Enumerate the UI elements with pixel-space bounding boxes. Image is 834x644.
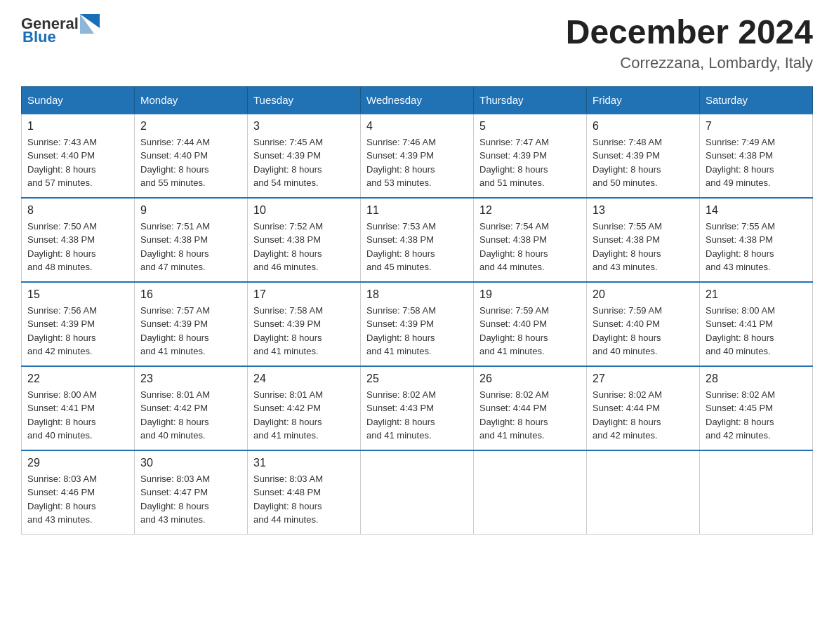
day-number: 7 xyxy=(706,120,807,133)
table-row xyxy=(700,450,813,535)
day-info: Sunrise: 8:03 AM Sunset: 4:47 PM Dayligh… xyxy=(140,472,241,527)
day-info: Sunrise: 7:49 AM Sunset: 4:38 PM Dayligh… xyxy=(706,135,807,190)
table-row: 15 Sunrise: 7:56 AM Sunset: 4:39 PM Dayl… xyxy=(22,282,135,366)
logo-icon xyxy=(80,14,100,34)
table-row: 26 Sunrise: 8:02 AM Sunset: 4:44 PM Dayl… xyxy=(474,366,587,450)
day-info: Sunrise: 8:00 AM Sunset: 4:41 PM Dayligh… xyxy=(27,388,128,443)
table-row: 2 Sunrise: 7:44 AM Sunset: 4:40 PM Dayli… xyxy=(135,114,248,198)
day-number: 8 xyxy=(27,204,128,217)
day-number: 22 xyxy=(27,373,128,385)
table-row xyxy=(474,450,587,535)
day-info: Sunrise: 7:59 AM Sunset: 4:40 PM Dayligh… xyxy=(593,304,694,358)
day-info: Sunrise: 7:57 AM Sunset: 4:39 PM Dayligh… xyxy=(140,304,241,358)
day-info: Sunrise: 8:01 AM Sunset: 4:42 PM Dayligh… xyxy=(140,388,241,443)
table-row: 9 Sunrise: 7:51 AM Sunset: 4:38 PM Dayli… xyxy=(135,198,248,282)
day-info: Sunrise: 7:47 AM Sunset: 4:39 PM Dayligh… xyxy=(479,135,581,190)
day-number: 16 xyxy=(140,288,241,301)
table-row: 23 Sunrise: 8:01 AM Sunset: 4:42 PM Dayl… xyxy=(135,366,248,450)
day-number: 30 xyxy=(140,457,241,469)
table-row: 10 Sunrise: 7:52 AM Sunset: 4:38 PM Dayl… xyxy=(248,198,361,282)
header-tuesday: Tuesday xyxy=(248,86,361,114)
day-number: 10 xyxy=(253,204,355,217)
day-info: Sunrise: 7:52 AM Sunset: 4:38 PM Dayligh… xyxy=(253,220,355,274)
day-number: 3 xyxy=(253,120,355,133)
table-row: 27 Sunrise: 8:02 AM Sunset: 4:44 PM Dayl… xyxy=(587,366,700,450)
day-info: Sunrise: 7:45 AM Sunset: 4:39 PM Dayligh… xyxy=(253,135,355,190)
table-row: 22 Sunrise: 8:00 AM Sunset: 4:41 PM Dayl… xyxy=(22,366,135,450)
day-info: Sunrise: 8:02 AM Sunset: 4:45 PM Dayligh… xyxy=(706,388,807,443)
calendar-week-row: 22 Sunrise: 8:00 AM Sunset: 4:41 PM Dayl… xyxy=(22,366,813,450)
table-row: 25 Sunrise: 8:02 AM Sunset: 4:43 PM Dayl… xyxy=(361,366,474,450)
day-info: Sunrise: 7:44 AM Sunset: 4:40 PM Dayligh… xyxy=(140,135,241,190)
day-info: Sunrise: 7:53 AM Sunset: 4:38 PM Dayligh… xyxy=(366,220,468,274)
day-info: Sunrise: 7:50 AM Sunset: 4:38 PM Dayligh… xyxy=(27,220,128,274)
table-row: 14 Sunrise: 7:55 AM Sunset: 4:38 PM Dayl… xyxy=(700,198,813,282)
table-row: 5 Sunrise: 7:47 AM Sunset: 4:39 PM Dayli… xyxy=(474,114,587,198)
day-info: Sunrise: 7:46 AM Sunset: 4:39 PM Dayligh… xyxy=(366,135,468,190)
day-info: Sunrise: 7:55 AM Sunset: 4:38 PM Dayligh… xyxy=(706,220,807,274)
day-info: Sunrise: 7:56 AM Sunset: 4:39 PM Dayligh… xyxy=(27,304,128,358)
day-info: Sunrise: 7:43 AM Sunset: 4:40 PM Dayligh… xyxy=(27,135,128,190)
logo: General Blue xyxy=(21,14,100,46)
day-number: 2 xyxy=(140,120,241,133)
day-number: 12 xyxy=(479,204,581,217)
month-title: December 2024 xyxy=(566,14,813,51)
day-info: Sunrise: 8:03 AM Sunset: 4:46 PM Dayligh… xyxy=(27,472,128,527)
calendar-week-row: 1 Sunrise: 7:43 AM Sunset: 4:40 PM Dayli… xyxy=(22,114,813,198)
table-row: 1 Sunrise: 7:43 AM Sunset: 4:40 PM Dayli… xyxy=(22,114,135,198)
table-row: 24 Sunrise: 8:01 AM Sunset: 4:42 PM Dayl… xyxy=(248,366,361,450)
day-number: 17 xyxy=(253,288,355,301)
day-number: 5 xyxy=(479,120,581,133)
day-number: 28 xyxy=(706,373,807,385)
table-row: 28 Sunrise: 8:02 AM Sunset: 4:45 PM Dayl… xyxy=(700,366,813,450)
table-row: 18 Sunrise: 7:58 AM Sunset: 4:39 PM Dayl… xyxy=(361,282,474,366)
day-number: 20 xyxy=(593,288,694,301)
calendar-header-row: Sunday Monday Tuesday Wednesday Thursday… xyxy=(22,86,813,114)
day-info: Sunrise: 7:55 AM Sunset: 4:38 PM Dayligh… xyxy=(593,220,694,274)
table-row: 6 Sunrise: 7:48 AM Sunset: 4:39 PM Dayli… xyxy=(587,114,700,198)
logo-blue: Blue xyxy=(22,28,56,46)
day-number: 24 xyxy=(253,373,355,385)
table-row xyxy=(361,450,474,535)
table-row: 16 Sunrise: 7:57 AM Sunset: 4:39 PM Dayl… xyxy=(135,282,248,366)
table-row: 19 Sunrise: 7:59 AM Sunset: 4:40 PM Dayl… xyxy=(474,282,587,366)
table-row: 31 Sunrise: 8:03 AM Sunset: 4:48 PM Dayl… xyxy=(248,450,361,535)
day-number: 26 xyxy=(479,373,581,385)
day-info: Sunrise: 8:02 AM Sunset: 4:44 PM Dayligh… xyxy=(479,388,581,443)
day-number: 15 xyxy=(27,288,128,301)
table-row: 4 Sunrise: 7:46 AM Sunset: 4:39 PM Dayli… xyxy=(361,114,474,198)
location-title: Correzzana, Lombardy, Italy xyxy=(566,54,813,72)
day-info: Sunrise: 8:03 AM Sunset: 4:48 PM Dayligh… xyxy=(253,472,355,527)
day-info: Sunrise: 8:02 AM Sunset: 4:43 PM Dayligh… xyxy=(366,388,468,443)
day-number: 19 xyxy=(479,288,581,301)
day-info: Sunrise: 7:58 AM Sunset: 4:39 PM Dayligh… xyxy=(366,304,468,358)
day-number: 13 xyxy=(593,204,694,217)
table-row: 21 Sunrise: 8:00 AM Sunset: 4:41 PM Dayl… xyxy=(700,282,813,366)
table-row: 20 Sunrise: 7:59 AM Sunset: 4:40 PM Dayl… xyxy=(587,282,700,366)
day-info: Sunrise: 7:58 AM Sunset: 4:39 PM Dayligh… xyxy=(253,304,355,358)
day-number: 6 xyxy=(593,120,694,133)
day-number: 9 xyxy=(140,204,241,217)
header: General Blue December 2024 Correzzana, L… xyxy=(21,14,813,72)
table-row: 11 Sunrise: 7:53 AM Sunset: 4:38 PM Dayl… xyxy=(361,198,474,282)
day-number: 14 xyxy=(706,204,807,217)
header-monday: Monday xyxy=(135,86,248,114)
day-number: 1 xyxy=(27,120,128,133)
table-row: 12 Sunrise: 7:54 AM Sunset: 4:38 PM Dayl… xyxy=(474,198,587,282)
calendar-week-row: 8 Sunrise: 7:50 AM Sunset: 4:38 PM Dayli… xyxy=(22,198,813,282)
table-row: 13 Sunrise: 7:55 AM Sunset: 4:38 PM Dayl… xyxy=(587,198,700,282)
title-area: December 2024 Correzzana, Lombardy, Ital… xyxy=(566,14,813,72)
day-number: 21 xyxy=(706,288,807,301)
day-info: Sunrise: 7:48 AM Sunset: 4:39 PM Dayligh… xyxy=(593,135,694,190)
day-number: 31 xyxy=(253,457,355,469)
table-row: 8 Sunrise: 7:50 AM Sunset: 4:38 PM Dayli… xyxy=(22,198,135,282)
day-info: Sunrise: 8:01 AM Sunset: 4:42 PM Dayligh… xyxy=(253,388,355,443)
table-row: 30 Sunrise: 8:03 AM Sunset: 4:47 PM Dayl… xyxy=(135,450,248,535)
header-friday: Friday xyxy=(587,86,700,114)
day-number: 27 xyxy=(593,373,694,385)
table-row: 17 Sunrise: 7:58 AM Sunset: 4:39 PM Dayl… xyxy=(248,282,361,366)
calendar-table: Sunday Monday Tuesday Wednesday Thursday… xyxy=(21,86,813,535)
header-saturday: Saturday xyxy=(700,86,813,114)
day-number: 23 xyxy=(140,373,241,385)
header-sunday: Sunday xyxy=(22,86,135,114)
